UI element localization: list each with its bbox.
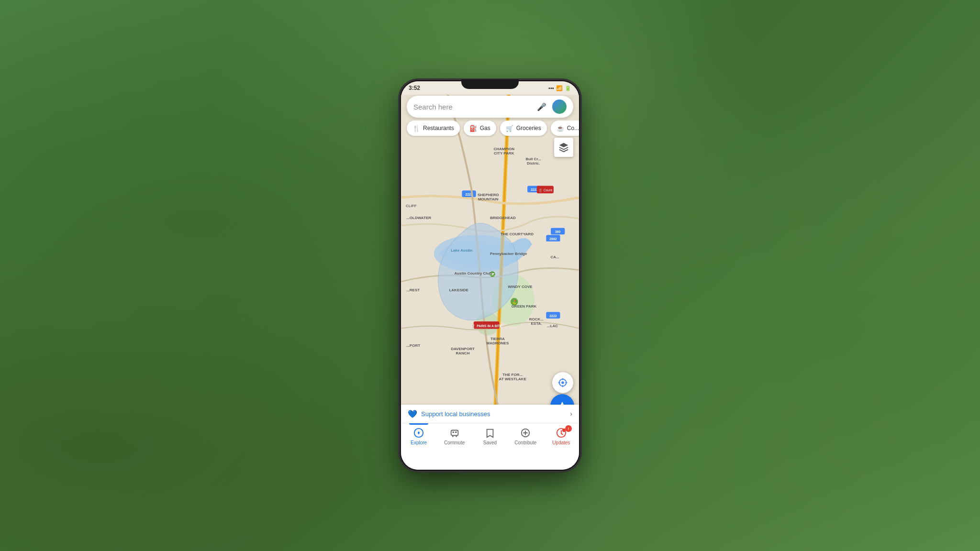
support-banner[interactable]: 💙 Support local businesses › <box>401 405 579 423</box>
heart-icon: 💙 <box>408 409 417 419</box>
chip-coffee-label: Co... <box>567 125 579 132</box>
contribute-icon <box>517 427 534 439</box>
chevron-right-icon: › <box>570 410 572 418</box>
nav-contribute-label: Contribute <box>514 440 536 445</box>
svg-text:360: 360 <box>555 230 561 233</box>
nav-saved[interactable]: Saved <box>476 427 504 445</box>
nav-updates-label: Updates <box>552 440 570 445</box>
svg-rect-34 <box>451 430 458 436</box>
chip-coffee[interactable]: ☕ Co... <box>551 121 579 136</box>
nav-contribute[interactable]: Contribute <box>511 427 540 445</box>
support-text: Support local businesses <box>421 410 570 418</box>
nav-explore-label: Explore <box>411 440 427 445</box>
nav-commute-label: Commute <box>444 440 465 445</box>
svg-point-33 <box>418 432 420 434</box>
nav-commute[interactable]: Commute <box>440 427 469 445</box>
explore-icon <box>410 427 427 439</box>
svg-text:🗺: 🗺 <box>490 272 494 277</box>
gas-icon: ⛽ <box>469 125 477 132</box>
svg-point-26 <box>561 381 564 384</box>
svg-text:🍴 PARIS IN A BITE: 🍴 PARIS IN A BITE <box>471 324 502 328</box>
nav-updates[interactable]: ! Updates <box>547 427 576 445</box>
battery-icon: 🔋 <box>565 85 571 91</box>
chip-restaurants[interactable]: 🍴 Restaurants <box>407 121 460 136</box>
groceries-icon: 🛒 <box>506 125 513 132</box>
my-location-icon <box>557 377 568 388</box>
user-avatar[interactable] <box>552 99 567 114</box>
svg-text:CLIFF: CLIFF <box>406 204 416 208</box>
bottom-nav: Explore Commute Sa <box>401 423 579 470</box>
nav-saved-label: Saved <box>483 440 497 445</box>
svg-rect-36 <box>455 431 457 433</box>
signal-icon: ▪▪▪ <box>548 85 554 91</box>
search-placeholder: Search here <box>413 103 534 111</box>
chip-gas-label: Gas <box>480 125 490 132</box>
svg-point-38 <box>456 436 457 437</box>
phone-notch <box>461 79 519 89</box>
svg-text:2222: 2222 <box>549 314 557 318</box>
nav-explore[interactable]: Explore <box>404 427 433 445</box>
updates-badge: ! <box>565 425 572 432</box>
chip-gas[interactable]: ⛽ Gas <box>464 121 496 136</box>
restaurants-icon: 🍴 <box>412 125 420 132</box>
map-area[interactable]: 2222 2222 360 2882 2222 <box>401 95 579 422</box>
chip-restaurants-label: Restaurants <box>423 125 454 132</box>
svg-point-37 <box>452 436 454 437</box>
wifi-icon: 📶 <box>556 85 563 91</box>
status-time: 3:52 <box>409 85 420 91</box>
status-icons: ▪▪▪ 📶 🔋 <box>548 85 571 91</box>
microphone-icon[interactable]: 🎤 <box>534 99 549 114</box>
svg-rect-35 <box>452 431 454 433</box>
chip-groceries[interactable]: 🛒 Groceries <box>500 121 547 136</box>
svg-text:2882: 2882 <box>549 237 557 241</box>
category-chips: 🍴 Restaurants ⛽ Gas 🛒 Groceries ☕ Co... <box>401 121 579 138</box>
search-bar[interactable]: Search here 🎤 <box>407 96 573 118</box>
svg-text:🍴 Count: 🍴 Count <box>538 188 552 192</box>
layers-icon <box>558 142 569 153</box>
saved-icon <box>481 427 499 439</box>
commute-icon <box>446 427 463 439</box>
phone-screen: 2222 2222 360 2882 2222 <box>401 81 579 470</box>
phone-frame: 2222 2222 360 2882 2222 <box>399 79 581 472</box>
chip-groceries-label: Groceries <box>516 125 541 132</box>
svg-text:⛳: ⛳ <box>512 299 517 305</box>
layer-button[interactable] <box>554 138 573 157</box>
map-svg: 2222 2222 360 2882 2222 <box>401 95 579 422</box>
scene: 2222 2222 360 2882 2222 <box>251 12 729 539</box>
location-button[interactable] <box>552 372 573 393</box>
coffee-icon: ☕ <box>557 125 564 132</box>
